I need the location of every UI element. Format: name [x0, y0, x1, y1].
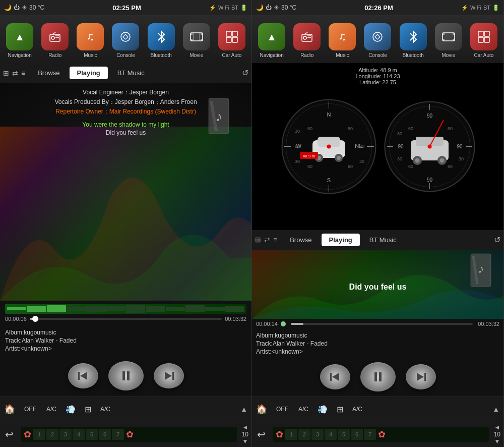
sun-icon: ☀ [22, 4, 27, 11]
fan-num-1[interactable]: 1 [33, 429, 45, 440]
fan-num-3[interactable]: 3 [59, 429, 72, 440]
right-progress-track[interactable] [291, 323, 473, 325]
tab-bt-music[interactable]: BT Music [110, 67, 152, 79]
right-bottom-lower-row: ↩ ✿ 1 2 3 4 5 6 7 ✿ ◄ 10 ▼ [252, 422, 503, 448]
tab-browse[interactable]: Browse [30, 67, 67, 79]
app-item-movie[interactable]: Movie [179, 23, 214, 58]
next-button[interactable] [154, 363, 184, 388]
radio-icon[interactable] [41, 23, 69, 50]
pause-button[interactable] [108, 361, 144, 390]
right-list-icon[interactable]: ≡ [273, 236, 277, 244]
right-album-art: ♪ [463, 253, 498, 295]
vol-left-icon: ◄ [242, 424, 248, 431]
right-progress-row: 00:00:14 00:03:32 [256, 321, 499, 327]
right-pause-button[interactable] [360, 362, 396, 392]
right-prev-button[interactable] [320, 364, 350, 389]
right-bluetooth-icon[interactable] [400, 23, 427, 50]
right-song-info: ♪ Did you feel us [252, 250, 503, 319]
right-movie-icon[interactable] [435, 23, 462, 50]
right-home-button[interactable]: 🏠 [256, 404, 267, 415]
fan-icon-left: ✿ [24, 429, 31, 440]
right-console-icon[interactable] [364, 23, 391, 50]
right-fan-6[interactable]: 6 [351, 429, 363, 440]
navigation-icon[interactable]: ▲ [6, 23, 33, 50]
right-app-movie[interactable]: Movie [431, 23, 466, 58]
altitude-label: Altitude: 48.9 m [355, 67, 400, 73]
right-tab-browse[interactable]: Browse [282, 234, 319, 246]
right-fan-7[interactable]: 7 [364, 429, 376, 440]
waveform-bar [205, 307, 224, 310]
eq-icon[interactable]: ⊞ [3, 69, 9, 77]
progress-track[interactable] [30, 318, 222, 320]
right-app-carauto[interactable]: Car Auto [466, 23, 501, 58]
gps-info: Altitude: 48.9 m Longitude: 114.23 Latit… [355, 67, 400, 85]
fan-num-7[interactable]: 7 [112, 429, 124, 440]
app-item-navigation[interactable]: ▲ Navigation [2, 23, 37, 58]
right-volume-control: ◄ 10 ▼ [491, 424, 503, 445]
carauto-icon[interactable] [218, 23, 245, 50]
back-button[interactable]: ↩ [0, 428, 19, 440]
temperature-label: 30 °C [29, 4, 44, 11]
fan-num-6[interactable]: 6 [99, 429, 111, 440]
app-item-carauto[interactable]: Car Auto [214, 23, 249, 58]
right-fan-3[interactable]: 3 [311, 429, 324, 440]
right-app-bluetooth[interactable]: Bluetooth [396, 23, 431, 58]
console-icon[interactable] [112, 23, 139, 50]
right-eq-icon[interactable]: ⊞ [255, 236, 261, 244]
home-button[interactable]: 🏠 [4, 404, 15, 415]
right-shuffle-icon[interactable]: ⇄ [264, 236, 270, 244]
tab-playing[interactable]: Playing [70, 67, 108, 79]
right-sun-icon: ☀ [274, 4, 279, 11]
arrow-down-btn[interactable]: ▼ [242, 438, 248, 445]
right-app-radio[interactable]: Radio [289, 23, 325, 58]
movie-icon[interactable] [183, 23, 210, 50]
right-radio-icon[interactable] [293, 23, 321, 50]
radio-label: Radio [48, 52, 61, 58]
right-bt2-icon: BT [483, 5, 490, 11]
right-down-arrow[interactable]: ▼ [494, 438, 500, 445]
right-fan-4[interactable]: 4 [325, 429, 337, 440]
arrow-up-btn[interactable]: ▲ [240, 405, 247, 413]
right-carauto-icon[interactable] [470, 23, 497, 50]
svg-rect-40 [484, 37, 489, 42]
fan-control: ✿ 1 2 3 4 5 6 7 ✿ [21, 427, 237, 442]
svg-rect-33 [443, 33, 445, 35]
right-arrow-up[interactable]: ▲ [492, 405, 499, 413]
right-fan-1[interactable]: 1 [285, 429, 297, 440]
right-tab-bt-music[interactable]: BT Music [362, 234, 404, 246]
svg-rect-39 [478, 37, 483, 42]
back-icon[interactable]: ↺ [242, 68, 248, 78]
music-icon[interactable]: ♫ [77, 23, 104, 50]
right-back-icon[interactable]: ↺ [494, 235, 500, 245]
prev-button[interactable] [68, 363, 98, 388]
right-back-btn[interactable]: ↩ [252, 428, 271, 440]
right-nav-icon[interactable]: ▲ [258, 23, 285, 50]
list-icon[interactable]: ≡ [21, 69, 25, 77]
right-next-button[interactable] [406, 364, 436, 389]
fan-num-4[interactable]: 4 [73, 429, 85, 440]
app-item-bluetooth[interactable]: Bluetooth [144, 23, 179, 58]
fan-num-5[interactable]: 5 [86, 429, 98, 440]
right-song-title: Did you feel us [257, 277, 498, 292]
right-fan-2[interactable]: 2 [298, 429, 310, 440]
right-app-navigation[interactable]: ▲ Navigation [254, 23, 289, 58]
svg-marker-102 [417, 373, 424, 381]
right-music-icon[interactable]: ♫ [329, 23, 356, 50]
bluetooth-icon[interactable] [148, 23, 175, 50]
svg-rect-35 [443, 39, 445, 41]
song-meta: Vocal Engineer：Jesper Borgen Vocals Prod… [5, 87, 246, 137]
right-volume-value: 10 [494, 431, 500, 438]
right-app-music[interactable]: ♫ Music [325, 23, 360, 58]
right-temperature: 30 °C [281, 4, 296, 11]
fan-num-2[interactable]: 2 [46, 429, 58, 440]
app-item-music[interactable]: ♫ Music [73, 23, 108, 58]
app-item-console[interactable]: Console [108, 23, 143, 58]
app-item-radio[interactable]: Radio [37, 23, 73, 58]
right-tab-playing[interactable]: Playing [322, 234, 360, 246]
right-app-console[interactable]: Console [360, 23, 395, 58]
svg-text:60: 60 [307, 126, 312, 131]
right-fan-5[interactable]: 5 [338, 429, 350, 440]
shuffle-icon[interactable]: ⇄ [12, 69, 18, 77]
svg-point-1 [51, 36, 54, 39]
volume-control: ◄ 10 ▼ [239, 424, 251, 445]
